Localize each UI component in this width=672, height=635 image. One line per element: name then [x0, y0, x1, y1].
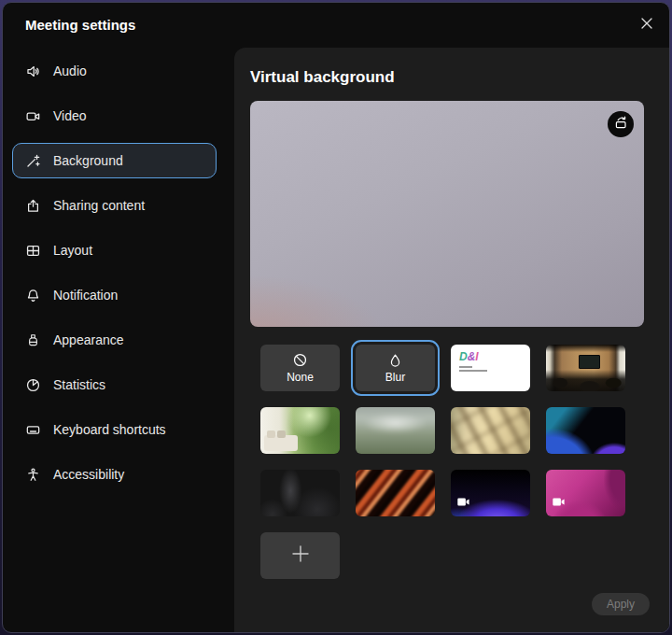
background-option-living-room[interactable]: [260, 407, 340, 454]
close-button[interactable]: [636, 14, 658, 36]
sidebar-item-audio[interactable]: Audio: [12, 53, 217, 89]
background-option-window-light[interactable]: [451, 407, 530, 454]
background-option-lava-texture[interactable]: [356, 470, 435, 516]
lava-image: [356, 470, 435, 516]
sidebar-item-statistics[interactable]: Statistics: [12, 367, 217, 402]
living-room-couch: [264, 435, 298, 451]
mirror-video-button[interactable]: [608, 111, 634, 137]
sidebar-item-background[interactable]: Background: [12, 143, 217, 178]
flip-camera-icon: [613, 115, 629, 134]
sidebar-item-label: Audio: [53, 64, 87, 78]
tile-label: Blur: [385, 372, 405, 384]
window-light-image: [451, 407, 530, 454]
background-option-blurred-mountains[interactable]: [356, 407, 435, 454]
sidebar-item-appearance[interactable]: Appearance: [12, 322, 217, 358]
sidebar-item-label: Statistics: [53, 377, 105, 392]
pie-chart-icon: [25, 377, 41, 393]
camera-preview: [250, 101, 644, 327]
settings-sidebar: Audio Video Background Sharing content L: [3, 44, 234, 632]
accessibility-icon: [25, 467, 41, 483]
sidebar-item-label: Accessibility: [53, 467, 124, 482]
layout-grid-icon: [25, 243, 41, 259]
background-thumbnails-grid: None Blur D&I: [260, 345, 625, 579]
bell-icon: [25, 288, 41, 303]
background-option-none[interactable]: None: [260, 345, 340, 391]
blur-drop-icon: [388, 353, 402, 371]
magic-wand-icon: [25, 153, 41, 169]
sidebar-item-layout[interactable]: Layout: [12, 233, 217, 268]
background-option-office-room[interactable]: [546, 345, 625, 391]
mountains-image: [356, 407, 435, 454]
none-icon: [292, 352, 308, 371]
sidebar-item-label: Notification: [53, 288, 118, 303]
background-option-blur[interactable]: Blur: [356, 345, 435, 391]
video-camera-badge-icon: [457, 493, 469, 510]
speaker-icon: [25, 64, 41, 79]
meeting-settings-dialog: Meeting settings Audio Video Background: [2, 2, 670, 633]
video-camera-icon: [25, 108, 41, 124]
paint-brush-icon: [25, 332, 41, 348]
sidebar-item-label: Video: [53, 108, 87, 123]
tile-label: None: [287, 372, 314, 384]
sidebar-item-notification[interactable]: Notification: [12, 277, 217, 313]
background-option-dni-logo[interactable]: D&I: [451, 345, 530, 391]
office-tv-screen: [579, 355, 600, 369]
sidebar-item-label: Keyboard shortcuts: [53, 422, 166, 437]
background-option-blue-abstract[interactable]: [546, 407, 625, 454]
sidebar-item-label: Background: [53, 153, 123, 168]
share-icon: [25, 198, 41, 214]
dni-logo-tagline: [459, 366, 530, 372]
sidebar-item-label: Appearance: [53, 332, 124, 347]
sidebar-item-video[interactable]: Video: [12, 98, 217, 134]
background-option-dark-swirl[interactable]: [260, 470, 340, 516]
apply-button[interactable]: Apply: [592, 593, 650, 615]
keyboard-icon: [25, 422, 41, 438]
video-camera-badge-icon: [553, 493, 565, 510]
virtual-background-panel: Virtual background None Blur: [234, 48, 669, 632]
background-option-pink-waves-video[interactable]: [546, 470, 625, 516]
sidebar-item-label: Sharing content: [53, 198, 145, 213]
sidebar-item-accessibility[interactable]: Accessibility: [12, 457, 217, 492]
dni-logo: D&I: [459, 351, 530, 362]
background-option-purple-glow-video[interactable]: [451, 470, 530, 516]
panel-title: Virtual background: [250, 68, 395, 87]
sidebar-item-keyboard-shortcuts[interactable]: Keyboard shortcuts: [12, 412, 217, 447]
sidebar-item-label: Layout: [53, 243, 92, 258]
dialog-title: Meeting settings: [25, 17, 135, 33]
close-icon: [640, 17, 653, 34]
sidebar-item-sharing-content[interactable]: Sharing content: [12, 188, 217, 223]
plus-icon: [290, 543, 311, 568]
office-furniture: [546, 373, 625, 391]
add-background-button[interactable]: [260, 532, 340, 579]
